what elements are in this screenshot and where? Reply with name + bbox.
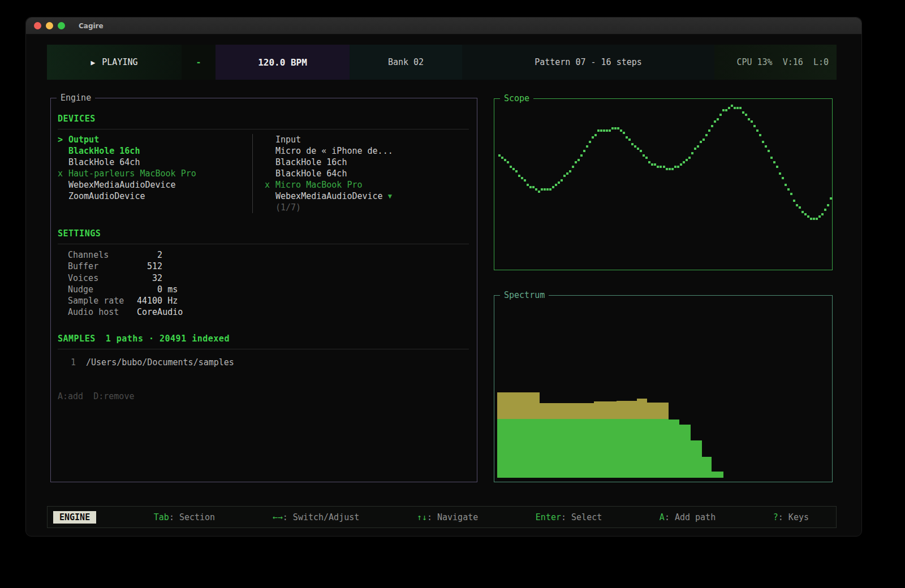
scope-waveform: [495, 100, 831, 269]
setting-row[interactable]: Audio hostCoreAudio: [58, 306, 469, 318]
setting-row[interactable]: Buffer 512: [58, 261, 469, 272]
scope-sample-dot: [739, 107, 742, 109]
input-device-row[interactable]: xMicro MacBook Pro: [265, 179, 467, 191]
scope-sample-dot: [818, 215, 821, 218]
scope-sample-dot: [541, 188, 543, 191]
scope-sample-dot: [515, 170, 518, 172]
scope-sample-dot: [606, 129, 608, 132]
devices-heading: DEVICES: [58, 113, 469, 124]
samples-keys-hint: A:add D:remove: [58, 391, 469, 401]
spectrum-high-band-bar: [497, 392, 540, 419]
setting-row[interactable]: Nudge 0 ms: [58, 284, 469, 295]
scope-sample-dot: [575, 161, 577, 163]
path-index: 1: [60, 357, 76, 368]
scope-sample-dot: [631, 143, 634, 145]
scope-sample-dot: [694, 148, 696, 150]
setting-label: Voices: [68, 273, 137, 284]
input-device-row[interactable]: Input: [265, 134, 467, 145]
input-device-row[interactable]: (1/7): [265, 202, 467, 213]
input-device-row[interactable]: WebexMediaAudioDevice▼: [265, 191, 467, 202]
scope-sample-dot: [532, 186, 535, 188]
hint-key: ←→: [273, 512, 283, 522]
output-device-row[interactable]: ZoomAudioDevice: [58, 191, 252, 202]
setting-row[interactable]: Voices 32: [58, 273, 469, 284]
scope-sample-dot: [745, 114, 747, 116]
device-prefix: [58, 157, 68, 168]
device-prefix: [265, 168, 275, 179]
output-device-row[interactable]: WebexMediaAudioDevice: [58, 179, 252, 191]
spectrum-low-band-bar: [497, 419, 540, 478]
scope-sample-dot: [813, 218, 815, 220]
scope-sample-dot: [816, 218, 818, 220]
input-device-row[interactable]: Micro de « iPhone de...: [265, 145, 467, 157]
spectrum-low-band-bar: [540, 419, 594, 478]
scope-sample-dot: [611, 127, 614, 129]
window-title: Cagire: [79, 22, 104, 30]
device-prefix: [58, 191, 68, 202]
scope-sample-dot: [566, 172, 568, 175]
spectrum-low-band-bar: [647, 419, 669, 478]
scope-sample-dot: [765, 145, 767, 148]
scope-sample-dot: [583, 150, 585, 152]
scope-sample-dot: [657, 166, 659, 168]
output-device-row[interactable]: BlackHole 64ch: [58, 157, 252, 168]
hint-description: : Navigate: [427, 512, 478, 522]
output-device-row[interactable]: BlackHole 16ch: [58, 145, 252, 157]
bank-readout: Bank 02: [350, 45, 462, 80]
scope-sample-dot: [507, 161, 509, 163]
scope-sample-dot: [586, 145, 588, 148]
setting-row[interactable]: Channels 2: [58, 249, 469, 261]
hint-description: : Switch/Adjust: [283, 512, 359, 522]
scope-sample-dot: [546, 188, 549, 191]
engine-panel-legend: Engine: [57, 92, 95, 103]
settings-list: Channels 2Buffer 512Voices 32Nudge 0 msS…: [58, 249, 469, 318]
scope-sample-dot: [796, 204, 798, 206]
samples-heading: SAMPLES: [58, 333, 96, 344]
scope-sample-dot: [597, 129, 600, 132]
scope-sample-dot: [501, 157, 503, 159]
scope-sample-dot: [594, 134, 597, 136]
close-button[interactable]: [34, 22, 41, 29]
hint-description: : Add path: [665, 512, 716, 522]
device-label: Input: [275, 134, 301, 145]
settings-separator: [58, 244, 469, 244]
settings-heading: SETTINGS: [58, 228, 469, 239]
scope-sample-dot: [637, 148, 639, 150]
output-device-row[interactable]: xHaut-parleurs MacBook Pro: [58, 168, 252, 179]
setting-row[interactable]: Sample rate44100 Hz: [58, 295, 469, 306]
input-device-row[interactable]: BlackHole 16ch: [265, 157, 467, 168]
scope-sample-dot: [549, 188, 551, 191]
input-device-row[interactable]: BlackHole 64ch: [265, 168, 467, 179]
transport-label: PLAYING: [102, 57, 137, 67]
scope-sample-dot: [756, 129, 759, 132]
key-hint: ?: Keys: [773, 512, 809, 522]
hint-key: ?: [773, 512, 778, 522]
device-columns: >OutputBlackHole 16chBlackHole 64chxHaut…: [58, 134, 469, 213]
scope-sample-dot: [563, 175, 566, 177]
device-label: Micro de « iPhone de...: [275, 145, 393, 157]
path-text: /Users/bubo/Documents/samples: [86, 357, 234, 368]
minimize-button[interactable]: [46, 22, 53, 29]
spectrum-low-band-bar: [691, 440, 702, 478]
device-label: WebexMediaAudioDevice: [68, 179, 176, 191]
spectrum-low-band-bar: [712, 472, 723, 478]
scope-sample-dot: [620, 129, 622, 132]
setting-value: 32: [137, 273, 162, 284]
scope-sample-dot: [768, 150, 770, 152]
scope-sample-dot: [708, 129, 710, 132]
spectrum-high-band-bar: [647, 403, 669, 419]
output-device-row[interactable]: >Output: [58, 134, 252, 145]
scope-sample-dot: [753, 125, 756, 127]
key-hint: ←→: Switch/Adjust: [273, 512, 360, 522]
devices-separator: [58, 129, 469, 129]
scope-sample-dot: [748, 118, 750, 120]
scope-sample-dot: [759, 134, 761, 136]
scope-sample-dot: [521, 177, 523, 179]
zoom-button[interactable]: [58, 22, 65, 29]
scope-sample-dot: [535, 188, 537, 191]
sample-path-row[interactable]: 1/Users/bubo/Documents/samples: [58, 357, 469, 368]
scope-sample-dot: [824, 209, 826, 211]
engine-panel: Engine DEVICES >OutputBlackHole 16chBlac…: [50, 98, 477, 482]
scope-sample-dot: [580, 154, 583, 157]
title-bar: Cagire: [26, 18, 861, 34]
